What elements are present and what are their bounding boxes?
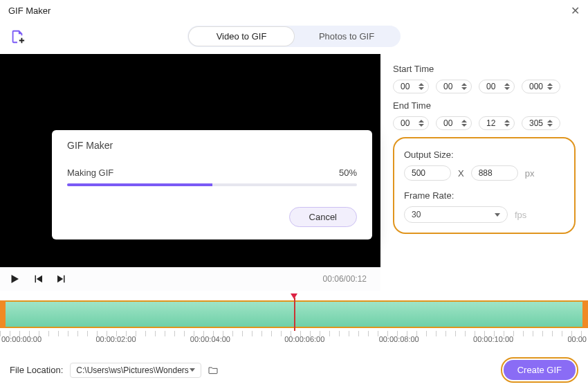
- trim-handle-right[interactable]: [582, 300, 588, 328]
- start-seconds[interactable]: 00: [479, 80, 515, 93]
- video-preview: GIF Maker Making GIF 50% Cancel: [0, 54, 380, 267]
- playback-time: 00:06/00:12: [323, 274, 372, 284]
- progress-dialog: GIF Maker Making GIF 50% Cancel: [52, 130, 372, 239]
- dialog-title: GIF Maker: [67, 140, 357, 151]
- end-seconds[interactable]: 12: [479, 116, 515, 130]
- ruler-label: 00:00:06:00: [284, 335, 324, 343]
- end-time-label: End Time: [393, 100, 576, 111]
- next-frame-icon[interactable]: [55, 273, 68, 285]
- timeline-track[interactable]: [0, 300, 588, 328]
- size-separator: X: [458, 168, 464, 179]
- frame-rate-select[interactable]: 30: [404, 206, 508, 223]
- cancel-button[interactable]: Cancel: [289, 207, 357, 227]
- end-hours[interactable]: 00: [393, 116, 429, 130]
- start-time-label: Start Time: [393, 64, 576, 74]
- frame-rate-label: Frame Rate:: [404, 190, 564, 201]
- output-size-label: Output Size:: [404, 150, 564, 160]
- output-settings-group: Output Size: X px Frame Rate: 30 fps: [393, 137, 576, 234]
- progress-percent: 50%: [339, 168, 357, 178]
- add-media-icon[interactable]: [10, 29, 25, 44]
- ruler-label: 00:00:04:00: [190, 335, 230, 343]
- chevron-down-icon: [495, 213, 500, 217]
- time-ruler: 00:00:00:00 00:00:02:00 00:00:04:00 00:0…: [0, 331, 588, 350]
- px-unit: px: [525, 168, 535, 179]
- ruler-label: 00:00:08:00: [379, 335, 419, 343]
- progress-bar: [67, 183, 357, 186]
- ruler-label: 00:00:02:00: [95, 335, 136, 343]
- file-location-select[interactable]: C:\Users\ws\Pictures\Wonders: [70, 363, 201, 378]
- file-location-label: File Location:: [10, 365, 63, 375]
- output-width-input[interactable]: [404, 165, 451, 181]
- playhead-line[interactable]: [294, 298, 295, 331]
- end-millis[interactable]: 305: [522, 116, 560, 130]
- end-minutes[interactable]: 00: [436, 116, 472, 130]
- tab-video-to-gif[interactable]: Video to GIF: [189, 27, 294, 46]
- chevron-down-icon: [190, 368, 195, 372]
- trim-handle-left[interactable]: [0, 300, 6, 328]
- file-location-path: C:\Users\ws\Pictures\Wonders: [76, 365, 189, 375]
- tab-photos-to-gif[interactable]: Photos to GIF: [294, 27, 399, 46]
- frame-rate-value: 30: [412, 210, 421, 219]
- ruler-label: 00:00:10:00: [473, 335, 513, 343]
- start-hours[interactable]: 00: [393, 80, 429, 93]
- browse-folder-icon[interactable]: [207, 365, 219, 376]
- ruler-label: 00:00:00:00: [1, 335, 42, 343]
- fps-unit: fps: [515, 210, 526, 220]
- ruler-label: 00:00: [567, 335, 587, 343]
- start-millis[interactable]: 000: [522, 80, 560, 93]
- play-icon[interactable]: [8, 273, 21, 285]
- close-icon[interactable]: ✕: [571, 4, 580, 17]
- output-height-input[interactable]: [471, 165, 518, 181]
- mode-tabs: Video to GIF Photos to GIF: [187, 26, 401, 47]
- start-minutes[interactable]: 00: [436, 80, 472, 93]
- prev-frame-icon[interactable]: [32, 273, 44, 285]
- window-title: GIF Maker: [8, 6, 50, 16]
- progress-status: Making GIF: [67, 168, 113, 178]
- create-gif-button[interactable]: Create GIF: [504, 360, 576, 380]
